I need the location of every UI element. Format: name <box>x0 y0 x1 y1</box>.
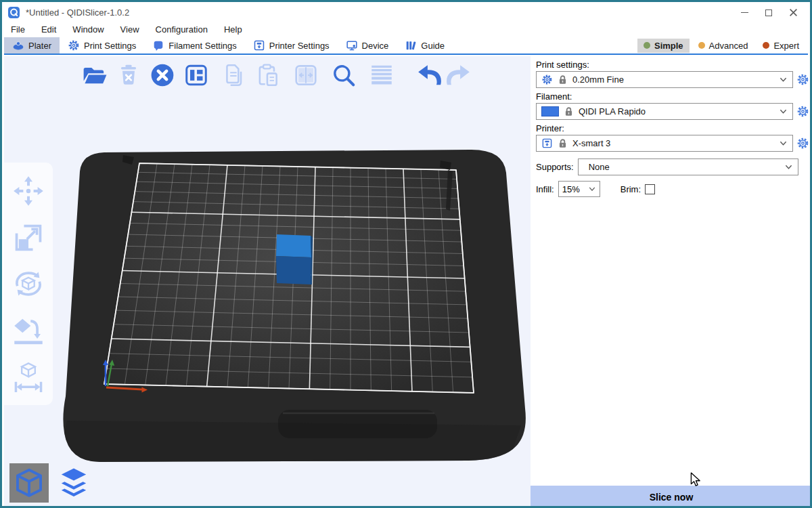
menu-help[interactable]: Help <box>224 24 242 35</box>
brim-label: Brim: <box>621 184 641 194</box>
chevron-down-icon <box>779 140 788 147</box>
rotate-tool-button[interactable] <box>11 266 46 301</box>
expert-mode-dot-icon <box>763 42 769 49</box>
chevron-down-icon <box>784 163 793 171</box>
infill-label: Infill: <box>536 184 554 194</box>
delete-all-icon <box>150 62 175 88</box>
variable-layer-height-icon <box>369 62 394 88</box>
mode-advanced[interactable]: Advanced <box>692 39 754 53</box>
device-icon <box>346 39 358 51</box>
tab-guide[interactable]: Guide <box>397 37 453 54</box>
arrange-icon <box>183 62 209 88</box>
tab-label: Guide <box>421 41 445 51</box>
brim-checkbox[interactable] <box>645 184 655 194</box>
place-on-face-tool-button[interactable] <box>11 312 46 347</box>
3d-view-button[interactable] <box>9 463 49 503</box>
filament-icon <box>152 39 164 51</box>
filament-value: QIDI PLA Rapido <box>579 106 646 117</box>
scale-tool-button[interactable] <box>11 220 46 255</box>
title-bar: *Untitled - QIDISlicer-1.0.2 <box>4 4 808 21</box>
menu-view[interactable]: View <box>120 24 139 35</box>
model-cube[interactable] <box>276 234 313 284</box>
chevron-down-icon <box>779 108 788 115</box>
menu-edit[interactable]: Edit <box>41 24 56 35</box>
undo-button[interactable] <box>414 60 444 90</box>
menu-window[interactable]: Window <box>72 24 104 35</box>
search-icon <box>331 62 357 88</box>
tab-label: Printer Settings <box>269 41 330 51</box>
tab-device[interactable]: Device <box>338 37 397 54</box>
tab-label: Device <box>362 41 389 51</box>
gear-icon <box>541 74 553 85</box>
gizmo-toolbar <box>4 163 53 405</box>
tab-label: Filament Settings <box>168 41 236 51</box>
lock-icon <box>558 75 568 85</box>
close-icon <box>789 8 798 17</box>
print-settings-value: 0.20mm Fine <box>572 75 624 85</box>
maximize-icon <box>765 9 772 16</box>
tab-printer-settings[interactable]: Printer Settings <box>245 37 338 54</box>
delete-button[interactable] <box>114 60 143 90</box>
rotate-icon <box>12 268 45 300</box>
menu-configuration[interactable]: Configuration <box>156 24 208 35</box>
split-objects-button[interactable] <box>291 60 321 90</box>
layers-icon <box>57 466 91 500</box>
redo-icon <box>446 62 472 88</box>
slice-now-button[interactable]: Slice now <box>531 486 812 508</box>
edit-print-settings-button[interactable] <box>796 73 809 86</box>
gear-icon <box>796 137 809 150</box>
close-button[interactable] <box>781 4 805 21</box>
filament-select[interactable]: QIDI PLA Rapido <box>536 103 793 120</box>
arrange-button[interactable] <box>181 60 211 90</box>
minimize-button[interactable] <box>732 4 757 21</box>
open-button[interactable] <box>80 60 110 90</box>
tab-print-settings[interactable]: Print Settings <box>60 37 144 54</box>
edit-filament-button[interactable] <box>796 105 809 118</box>
open-folder-icon <box>82 62 108 88</box>
plater-icon <box>12 39 24 51</box>
tab-label: Plater <box>28 41 51 51</box>
tray-handle-recess <box>278 410 437 438</box>
simple-mode-dot-icon <box>644 42 650 49</box>
supports-select[interactable]: None <box>578 158 798 175</box>
redo-button[interactable] <box>444 60 474 90</box>
edit-printer-button[interactable] <box>796 137 809 150</box>
search-button[interactable] <box>329 60 359 90</box>
infill-value: 15% <box>562 184 580 194</box>
move-tool-button[interactable] <box>11 173 46 209</box>
chevron-down-icon <box>588 186 596 192</box>
maximize-button[interactable] <box>757 4 781 21</box>
tab-bar: Plater Print Settings Filament Settings … <box>4 37 808 55</box>
split-objects-icon <box>293 62 319 88</box>
copy-button[interactable] <box>219 60 249 90</box>
minimize-icon <box>741 12 748 13</box>
supports-label: Supports: <box>536 162 574 172</box>
variable-layer-height-button[interactable] <box>367 60 397 90</box>
app-logo-icon <box>8 7 20 18</box>
undo-icon <box>416 62 442 88</box>
tab-filament-settings[interactable]: Filament Settings <box>144 37 244 54</box>
mode-simple[interactable]: Simple <box>637 39 690 53</box>
mode-label: Advanced <box>709 41 748 51</box>
move-icon <box>12 175 45 207</box>
layers-preview-button[interactable] <box>54 463 93 503</box>
viewport-3d-canvas[interactable] <box>4 56 531 508</box>
gear-icon <box>796 73 809 86</box>
gear-icon <box>796 105 809 118</box>
tab-plater[interactable]: Plater <box>4 37 60 54</box>
menu-file[interactable]: File <box>11 24 25 35</box>
measure-tool-button[interactable] <box>11 359 46 394</box>
printer-label: Printer: <box>536 123 807 133</box>
place-on-face-icon <box>12 314 45 346</box>
menu-bar: File Edit Window View Configuration Help <box>4 21 808 37</box>
print-settings-select[interactable]: 0.20mm Fine <box>536 71 793 88</box>
advanced-mode-dot-icon <box>698 42 705 49</box>
mode-label: Simple <box>654 41 683 51</box>
infill-select[interactable]: 15% <box>558 181 600 197</box>
printer-select[interactable]: X-smart 3 <box>536 135 793 152</box>
delete-all-button[interactable] <box>148 60 177 90</box>
guide-icon <box>405 39 417 51</box>
mode-expert[interactable]: Expert <box>757 39 805 53</box>
view-mode-toggles <box>9 463 93 503</box>
paste-button[interactable] <box>253 60 283 90</box>
